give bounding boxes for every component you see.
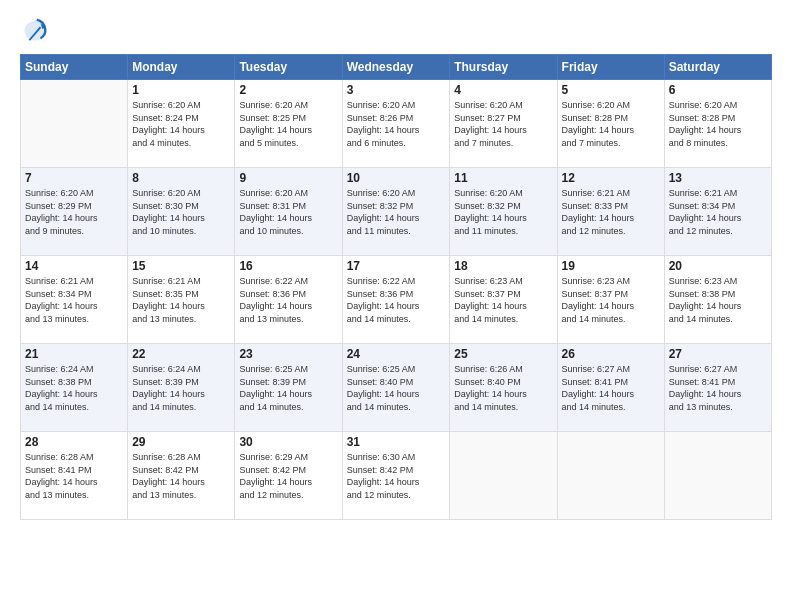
day-info: Sunrise: 6:23 AM Sunset: 8:37 PM Dayligh… [562,275,660,325]
day-info: Sunrise: 6:20 AM Sunset: 8:32 PM Dayligh… [454,187,552,237]
day-number: 30 [239,435,337,449]
day-number: 18 [454,259,552,273]
weekday-header-tuesday: Tuesday [235,55,342,80]
calendar-cell: 11Sunrise: 6:20 AM Sunset: 8:32 PM Dayli… [450,168,557,256]
calendar-cell: 13Sunrise: 6:21 AM Sunset: 8:34 PM Dayli… [664,168,771,256]
day-info: Sunrise: 6:23 AM Sunset: 8:37 PM Dayligh… [454,275,552,325]
day-number: 27 [669,347,767,361]
logo-icon [20,16,48,44]
calendar-cell: 18Sunrise: 6:23 AM Sunset: 8:37 PM Dayli… [450,256,557,344]
weekday-header-friday: Friday [557,55,664,80]
calendar-cell: 29Sunrise: 6:28 AM Sunset: 8:42 PM Dayli… [128,432,235,520]
weekday-header-sunday: Sunday [21,55,128,80]
day-info: Sunrise: 6:24 AM Sunset: 8:38 PM Dayligh… [25,363,123,413]
day-number: 16 [239,259,337,273]
day-number: 5 [562,83,660,97]
calendar-cell: 30Sunrise: 6:29 AM Sunset: 8:42 PM Dayli… [235,432,342,520]
calendar-cell [450,432,557,520]
day-number: 12 [562,171,660,185]
calendar: SundayMondayTuesdayWednesdayThursdayFrid… [20,54,772,520]
day-number: 26 [562,347,660,361]
weekday-header-monday: Monday [128,55,235,80]
day-info: Sunrise: 6:20 AM Sunset: 8:31 PM Dayligh… [239,187,337,237]
day-number: 21 [25,347,123,361]
calendar-cell: 26Sunrise: 6:27 AM Sunset: 8:41 PM Dayli… [557,344,664,432]
calendar-cell: 2Sunrise: 6:20 AM Sunset: 8:25 PM Daylig… [235,80,342,168]
day-info: Sunrise: 6:28 AM Sunset: 8:42 PM Dayligh… [132,451,230,501]
calendar-cell: 6Sunrise: 6:20 AM Sunset: 8:28 PM Daylig… [664,80,771,168]
day-number: 22 [132,347,230,361]
header [20,16,772,44]
day-info: Sunrise: 6:21 AM Sunset: 8:34 PM Dayligh… [669,187,767,237]
day-info: Sunrise: 6:20 AM Sunset: 8:29 PM Dayligh… [25,187,123,237]
calendar-cell: 16Sunrise: 6:22 AM Sunset: 8:36 PM Dayli… [235,256,342,344]
day-info: Sunrise: 6:21 AM Sunset: 8:35 PM Dayligh… [132,275,230,325]
day-info: Sunrise: 6:21 AM Sunset: 8:33 PM Dayligh… [562,187,660,237]
weekday-header-wednesday: Wednesday [342,55,450,80]
day-number: 10 [347,171,446,185]
calendar-cell: 25Sunrise: 6:26 AM Sunset: 8:40 PM Dayli… [450,344,557,432]
day-number: 31 [347,435,446,449]
day-info: Sunrise: 6:28 AM Sunset: 8:41 PM Dayligh… [25,451,123,501]
day-info: Sunrise: 6:20 AM Sunset: 8:25 PM Dayligh… [239,99,337,149]
day-number: 15 [132,259,230,273]
day-info: Sunrise: 6:20 AM Sunset: 8:27 PM Dayligh… [454,99,552,149]
day-number: 9 [239,171,337,185]
calendar-cell: 3Sunrise: 6:20 AM Sunset: 8:26 PM Daylig… [342,80,450,168]
day-number: 4 [454,83,552,97]
week-row-2: 7Sunrise: 6:20 AM Sunset: 8:29 PM Daylig… [21,168,772,256]
day-number: 2 [239,83,337,97]
day-info: Sunrise: 6:20 AM Sunset: 8:30 PM Dayligh… [132,187,230,237]
day-info: Sunrise: 6:29 AM Sunset: 8:42 PM Dayligh… [239,451,337,501]
day-number: 25 [454,347,552,361]
day-info: Sunrise: 6:22 AM Sunset: 8:36 PM Dayligh… [347,275,446,325]
calendar-cell: 14Sunrise: 6:21 AM Sunset: 8:34 PM Dayli… [21,256,128,344]
calendar-cell: 1Sunrise: 6:20 AM Sunset: 8:24 PM Daylig… [128,80,235,168]
calendar-cell [557,432,664,520]
day-info: Sunrise: 6:21 AM Sunset: 8:34 PM Dayligh… [25,275,123,325]
day-info: Sunrise: 6:20 AM Sunset: 8:32 PM Dayligh… [347,187,446,237]
week-row-5: 28Sunrise: 6:28 AM Sunset: 8:41 PM Dayli… [21,432,772,520]
day-info: Sunrise: 6:20 AM Sunset: 8:28 PM Dayligh… [562,99,660,149]
calendar-cell: 12Sunrise: 6:21 AM Sunset: 8:33 PM Dayli… [557,168,664,256]
calendar-cell: 10Sunrise: 6:20 AM Sunset: 8:32 PM Dayli… [342,168,450,256]
day-info: Sunrise: 6:20 AM Sunset: 8:24 PM Dayligh… [132,99,230,149]
day-number: 3 [347,83,446,97]
calendar-cell: 9Sunrise: 6:20 AM Sunset: 8:31 PM Daylig… [235,168,342,256]
day-number: 19 [562,259,660,273]
day-number: 29 [132,435,230,449]
day-info: Sunrise: 6:26 AM Sunset: 8:40 PM Dayligh… [454,363,552,413]
calendar-cell: 28Sunrise: 6:28 AM Sunset: 8:41 PM Dayli… [21,432,128,520]
day-info: Sunrise: 6:25 AM Sunset: 8:39 PM Dayligh… [239,363,337,413]
day-info: Sunrise: 6:27 AM Sunset: 8:41 PM Dayligh… [562,363,660,413]
calendar-cell: 22Sunrise: 6:24 AM Sunset: 8:39 PM Dayli… [128,344,235,432]
calendar-cell [21,80,128,168]
day-number: 24 [347,347,446,361]
day-number: 7 [25,171,123,185]
calendar-cell: 27Sunrise: 6:27 AM Sunset: 8:41 PM Dayli… [664,344,771,432]
day-number: 6 [669,83,767,97]
calendar-cell: 5Sunrise: 6:20 AM Sunset: 8:28 PM Daylig… [557,80,664,168]
week-row-4: 21Sunrise: 6:24 AM Sunset: 8:38 PM Dayli… [21,344,772,432]
day-info: Sunrise: 6:30 AM Sunset: 8:42 PM Dayligh… [347,451,446,501]
day-number: 8 [132,171,230,185]
day-number: 28 [25,435,123,449]
day-number: 23 [239,347,337,361]
day-info: Sunrise: 6:20 AM Sunset: 8:26 PM Dayligh… [347,99,446,149]
day-number: 11 [454,171,552,185]
weekday-header-row: SundayMondayTuesdayWednesdayThursdayFrid… [21,55,772,80]
week-row-1: 1Sunrise: 6:20 AM Sunset: 8:24 PM Daylig… [21,80,772,168]
day-info: Sunrise: 6:27 AM Sunset: 8:41 PM Dayligh… [669,363,767,413]
day-info: Sunrise: 6:20 AM Sunset: 8:28 PM Dayligh… [669,99,767,149]
calendar-cell [664,432,771,520]
logo [20,16,52,44]
day-number: 20 [669,259,767,273]
calendar-cell: 21Sunrise: 6:24 AM Sunset: 8:38 PM Dayli… [21,344,128,432]
calendar-cell: 24Sunrise: 6:25 AM Sunset: 8:40 PM Dayli… [342,344,450,432]
day-info: Sunrise: 6:24 AM Sunset: 8:39 PM Dayligh… [132,363,230,413]
calendar-cell: 7Sunrise: 6:20 AM Sunset: 8:29 PM Daylig… [21,168,128,256]
day-number: 1 [132,83,230,97]
calendar-cell: 15Sunrise: 6:21 AM Sunset: 8:35 PM Dayli… [128,256,235,344]
day-number: 13 [669,171,767,185]
calendar-cell: 31Sunrise: 6:30 AM Sunset: 8:42 PM Dayli… [342,432,450,520]
